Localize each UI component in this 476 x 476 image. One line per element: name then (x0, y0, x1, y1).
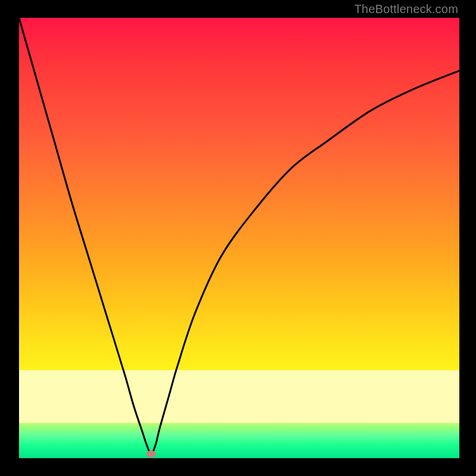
watermark-text: TheBottleneck.com (354, 2, 458, 16)
bottleneck-curve (19, 18, 459, 458)
optimal-point-marker (146, 450, 156, 458)
chart-frame: TheBottleneck.com (0, 0, 476, 476)
plot-area (19, 18, 459, 458)
